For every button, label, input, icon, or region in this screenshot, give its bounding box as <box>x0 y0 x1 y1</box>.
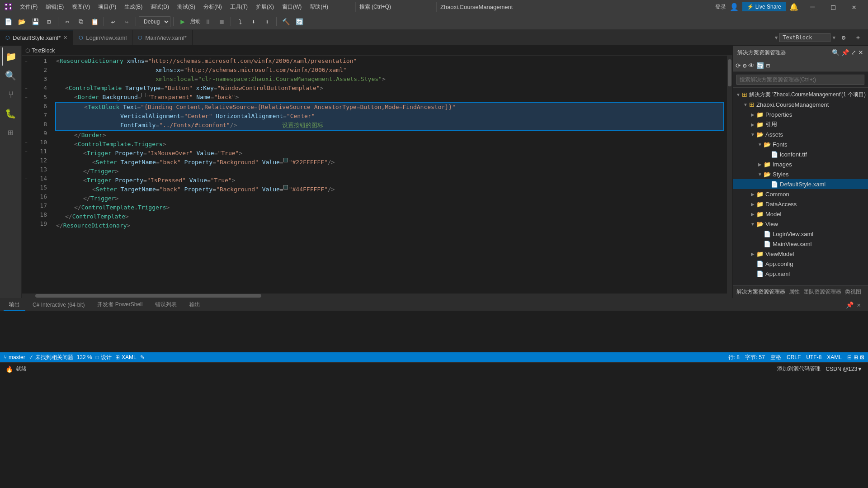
bottom-tab-errors[interactable]: 错误列表 <box>150 299 182 310</box>
h-scrollbar-thumb[interactable] <box>35 294 261 298</box>
status-edit-icon-btn[interactable]: ✎ <box>140 354 145 360</box>
csdn-account[interactable]: CSDN @123▼ <box>826 366 863 372</box>
context-selector[interactable]: ▼ <box>775 35 778 41</box>
tab-close-default-style[interactable]: ✕ <box>63 35 67 41</box>
expand-editor-btn[interactable]: + <box>852 32 864 43</box>
extensions-icon[interactable]: ⊞ <box>2 123 20 142</box>
tab-default-style[interactable]: ⬡ DefaultStyle.xaml* ✕ <box>0 30 73 46</box>
status-row[interactable]: 行: 8 <box>728 354 740 361</box>
menu-file[interactable]: 文件(F) <box>16 1 41 13</box>
tree-common[interactable]: ▶ 📁 Common <box>733 189 868 199</box>
close-button[interactable]: ✕ <box>844 0 864 14</box>
textblock-selector[interactable]: TextBlock <box>779 33 830 42</box>
tree-default-style[interactable]: 📄 DefaultStyle.xaml <box>733 179 868 189</box>
tree-solution[interactable]: ▼ ⊞ 解决方案 'Zhaoxi.CourseManagement'(1 个项目… <box>733 90 868 99</box>
status-design-tab[interactable]: □ 设计 <box>96 354 112 361</box>
status-xaml-tab[interactable]: ⊞ XAML <box>115 354 137 360</box>
cut-btn[interactable]: ✂ <box>61 16 74 28</box>
vertical-scrollbar[interactable] <box>727 56 732 294</box>
se-show-all-btn[interactable]: 👁 <box>748 62 755 69</box>
redo-btn disabled[interactable]: ↪ <box>120 16 133 28</box>
step-out-btn[interactable]: ⬆ <box>261 16 274 28</box>
expand-icon-5[interactable]: ▼ <box>749 131 756 138</box>
status-git[interactable]: ⑂ master <box>4 354 25 360</box>
selector-dropdown[interactable]: ▼ <box>832 35 835 41</box>
se-props-btn[interactable]: ⚙ <box>743 62 746 69</box>
tree-refs[interactable]: ▶ 📁 引用 <box>733 119 868 129</box>
expand-icon-12[interactable]: ▼ <box>749 220 756 227</box>
close-panel-icon[interactable]: ✕ <box>857 301 861 308</box>
new-project-btn[interactable]: 📄 <box>2 16 14 28</box>
save-btn[interactable]: 💾 <box>29 16 42 28</box>
pause-btn[interactable]: ⏸ <box>202 16 214 28</box>
menu-analyze[interactable]: 分析(N) <box>200 1 226 13</box>
expand-icon-2[interactable]: ▼ <box>742 101 749 108</box>
undo-btn[interactable]: ↩ <box>107 16 119 28</box>
menu-edit[interactable]: 编辑(E) <box>42 1 67 13</box>
bottom-tab-output[interactable]: 输出 <box>4 299 25 311</box>
tab-login-view[interactable]: ⬡ LoginView.xaml <box>73 30 132 46</box>
tab-main-view[interactable]: ⬡ MainView.xaml* <box>132 30 193 46</box>
debug-icon[interactable]: 🐛 <box>2 104 20 123</box>
status-col[interactable]: 字节: 57 <box>745 354 765 361</box>
step-into-btn[interactable]: ⬇ <box>247 16 260 28</box>
status-zoom[interactable]: 132 % <box>77 354 92 360</box>
layout-icon-2[interactable]: ⊞ <box>854 354 858 360</box>
status-encoding[interactable]: UTF-8 <box>806 354 821 360</box>
tree-login-view[interactable]: 📄 LoginView.xaml <box>733 229 868 239</box>
expand-icon-6[interactable]: ▼ <box>756 141 764 148</box>
rp-tab-class[interactable]: 类视图 <box>845 288 861 296</box>
start-btn[interactable]: ▶ <box>176 16 189 28</box>
live-share-button[interactable]: ⚡ Live Share <box>742 2 786 11</box>
paste-btn[interactable]: 📋 <box>88 16 101 28</box>
expand-icon-11[interactable]: ▶ <box>749 210 756 218</box>
maximize-button[interactable]: □ <box>823 0 844 14</box>
expand-icon-10[interactable]: ▶ <box>749 200 756 208</box>
git-icon[interactable]: ⑂ <box>2 85 20 104</box>
search-box[interactable]: 搜索 (Ctrl+Q) <box>355 2 437 12</box>
tree-images[interactable]: ▶ 📁 Images <box>733 159 868 169</box>
minimize-button[interactable]: ─ <box>802 0 823 14</box>
tree-assets[interactable]: ▼ 📂 Assets <box>733 129 868 139</box>
explorer-icon[interactable]: 📁 <box>2 47 20 66</box>
menu-build[interactable]: 生成(B) <box>121 1 146 13</box>
se-search-input[interactable] <box>736 75 864 85</box>
panel-pin-icon[interactable]: 📌 <box>841 49 849 56</box>
menu-view[interactable]: 视图(V) <box>68 1 94 13</box>
panel-search-icon[interactable]: 🔍 <box>832 49 840 56</box>
fold-5[interactable]: − <box>22 93 31 102</box>
fold-10[interactable]: − <box>22 138 31 147</box>
tree-project-root[interactable]: ▼ ⊞ Zhaoxi.CourseManagement <box>733 99 868 109</box>
expand-icon-7[interactable]: ▶ <box>756 161 764 168</box>
save-all-btn[interactable]: ⊞ <box>42 16 55 28</box>
tree-iconfont[interactable]: 📄 iconfont.ttf <box>733 149 868 159</box>
status-errors[interactable]: ✓ 未找到相关问题 <box>29 354 73 361</box>
debug-config-select[interactable]: Debug <box>139 16 170 27</box>
step-over-btn[interactable]: ⤵ <box>234 16 246 28</box>
expand-icon-13[interactable]: ▶ <box>749 250 756 257</box>
rp-tab-team[interactable]: 团队资源管理器 <box>803 288 841 296</box>
se-sync-btn[interactable]: ⟳ <box>736 62 741 69</box>
menu-tools[interactable]: 工具(T) <box>226 1 251 13</box>
open-btn[interactable]: 📂 <box>15 16 28 28</box>
bottom-tab-cs-interactive[interactable]: C# Interactive (64-bit) <box>27 300 90 310</box>
bottom-tab-output2[interactable]: 输出 <box>184 299 206 310</box>
stop-btn[interactable]: ⏹ <box>215 16 228 28</box>
expand-icon-3[interactable]: ▶ <box>749 111 756 118</box>
expand-icon-8[interactable]: ▼ <box>756 171 764 178</box>
build-btn[interactable]: 🔨 <box>279 16 292 28</box>
menu-extensions[interactable]: 扩展(X) <box>252 1 278 13</box>
tree-main-view[interactable]: 📄 MainView.xaml <box>733 239 868 249</box>
status-lang[interactable]: XAML <box>827 354 842 360</box>
layout-icon-3[interactable]: ⊠ <box>860 354 864 360</box>
se-refresh-btn[interactable]: 🔄 <box>756 62 764 69</box>
expand-icon[interactable]: ▼ <box>735 91 742 98</box>
menu-project[interactable]: 项目(P) <box>94 1 120 13</box>
status-crlf[interactable]: CRLF <box>787 354 801 360</box>
code-editor[interactable]: − − − − − − 12345 <box>22 56 732 294</box>
scrollbar-thumb[interactable] <box>728 59 731 86</box>
menu-debug[interactable]: 调试(D) <box>147 1 173 13</box>
menu-help[interactable]: 帮助(H) <box>306 1 332 13</box>
tree-fonts[interactable]: ▼ 📂 Fonts <box>733 139 868 149</box>
expand-icon-9[interactable]: ▶ <box>749 190 756 198</box>
